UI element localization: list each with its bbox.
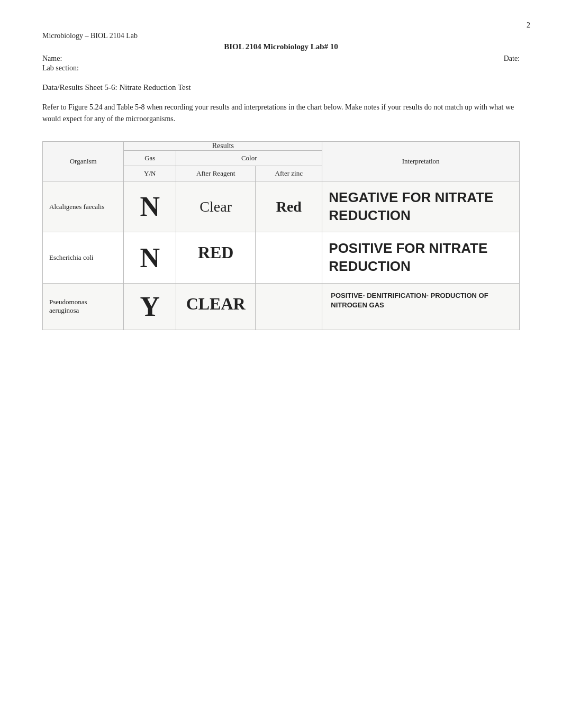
- col-color-header: Color: [176, 150, 322, 166]
- lab-section-label: Lab section:: [42, 64, 520, 72]
- col-gas-header: Gas: [124, 150, 176, 166]
- gas-pseudomonas: Y: [124, 283, 176, 330]
- interpretation-pseudomonas: POSITIVE- DENITRIFICATION- PRODUCTION OF…: [322, 283, 520, 330]
- col-after-zinc-header: After zinc: [256, 166, 322, 181]
- section-title: Data/Results Sheet 5-6: Nitrate Reductio…: [42, 83, 520, 92]
- organism-alcaligenes: Alcaligenes faecalis: [43, 181, 124, 232]
- results-table: Organism Results Interpretation Gas Colo…: [42, 141, 520, 330]
- description: Refer to Figure 5.24 and Table 5-8 when …: [42, 102, 520, 125]
- organism-pseudomonas: Pseudomonas aeruginosa: [43, 283, 124, 330]
- after-reagent-alcaligenes: Clear: [176, 181, 256, 232]
- page-number: 2: [527, 21, 530, 30]
- date-label: Date:: [504, 54, 520, 63]
- col-organism-header: Organism: [43, 141, 124, 181]
- table-row: Alcaligenes faecalis N Clear Red NEGATIV…: [43, 181, 520, 232]
- after-zinc-ecoli: [256, 232, 322, 284]
- interpretation-alcaligenes: NEGATIVE FOR NITRATE REDUCTION: [322, 181, 520, 232]
- after-reagent-pseudomonas: CLEAR: [176, 283, 256, 330]
- organism-ecoli: Escherichia coli: [43, 232, 124, 284]
- col-interpretation-header: Interpretation: [322, 141, 520, 181]
- results-header: Results: [124, 141, 322, 150]
- after-reagent-ecoli: RED: [176, 232, 256, 284]
- col-after-reagent-header: After Reagent: [176, 166, 256, 181]
- after-zinc-pseudomonas: [256, 283, 322, 330]
- table-row: Escherichia coli N RED POSITIVE FOR NITR…: [43, 232, 520, 284]
- interpretation-ecoli: POSITIVE FOR NITRATE REDUCTION: [322, 232, 520, 284]
- col-yn-header: Y/N: [124, 166, 176, 181]
- header-line1: Microbiology – BIOL 2104 Lab: [42, 32, 520, 40]
- header-center: BIOL 2104 Microbiology Lab# 10: [42, 42, 520, 51]
- gas-alcaligenes: N: [124, 181, 176, 232]
- name-label: Name:: [42, 54, 62, 63]
- gas-ecoli: N: [124, 232, 176, 284]
- after-zinc-alcaligenes: Red: [256, 181, 322, 232]
- table-row: Pseudomonas aeruginosa Y CLEAR POSITIVE-…: [43, 283, 520, 330]
